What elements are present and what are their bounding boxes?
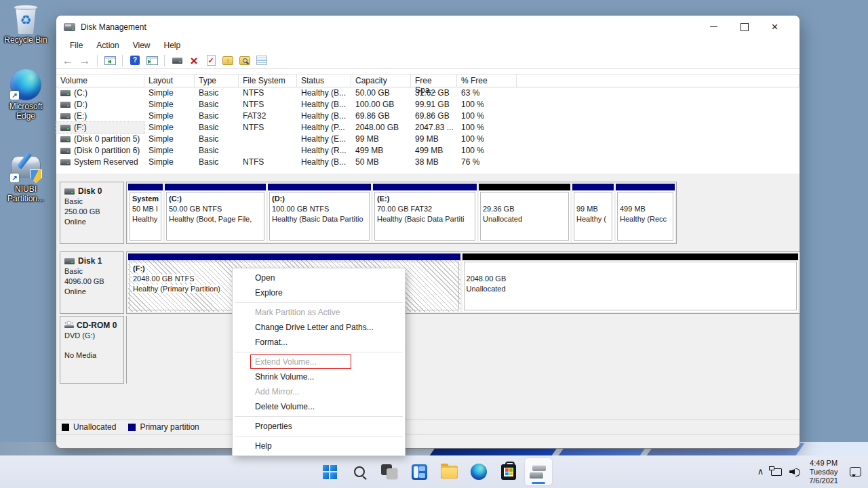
partition-e[interactable]: (E:)70.00 GB FAT32Healthy (Basic Data Pa… (373, 184, 477, 242)
start-button[interactable] (316, 458, 343, 485)
notification-center-icon[interactable] (850, 467, 861, 476)
disk0-label-panel[interactable]: Disk 0 Basic 250.00 GB Online (60, 182, 124, 244)
volume-cell[interactable]: System Reserved (56, 157, 144, 168)
column-header-pct-free[interactable]: % Free (457, 75, 517, 87)
column-header-file-system[interactable]: File System (239, 75, 297, 87)
niubi-partition-icon: ↗ (9, 150, 42, 183)
volume-cell[interactable]: (D:) (56, 99, 144, 110)
column-header-free-space[interactable]: Free Spa... (411, 75, 457, 87)
capacity-cell: 50.00 GB (351, 87, 411, 99)
menu-file[interactable]: File (63, 41, 90, 50)
partition-system-reserved[interactable]: System50 MB IHealthy (128, 184, 163, 242)
column-header-capacity[interactable]: Capacity (351, 75, 411, 87)
desktop-icon-niubi-partition[interactable]: ↗ NIUBI Partition... (2, 150, 50, 203)
desktop-icon-microsoft-edge[interactable]: ↗ Microsoft Edge (2, 69, 50, 121)
show-console-tree-icon[interactable] (103, 54, 117, 67)
table-row[interactable]: (Disk 0 partition 5) SimpleBasic Healthy… (56, 134, 800, 145)
menu-item-properties[interactable]: Properties (233, 419, 405, 434)
partition-d[interactable]: (D:)100.00 GB NTFSHealthy (Basic Data Pa… (268, 184, 371, 242)
column-header-type[interactable]: Type (195, 75, 239, 87)
menu-help[interactable]: Help (157, 41, 188, 50)
shortcut-arrow-icon: ↗ (10, 91, 19, 100)
menu-item-open[interactable]: Open (233, 270, 405, 285)
maximize-button[interactable] (729, 16, 760, 38)
minimize-button[interactable] (698, 16, 729, 38)
forward-icon[interactable]: → (78, 54, 92, 67)
primary-partition-bar (373, 184, 477, 190)
cdrom-label-panel[interactable]: CD-ROM 0 DVD (G:) No Media (60, 316, 124, 384)
menu-item-delete-volume[interactable]: Delete Volume... (233, 399, 405, 414)
titlebar[interactable]: Disk Management (56, 16, 800, 38)
microsoft-store-icon (501, 464, 516, 480)
column-header-layout[interactable]: Layout (144, 75, 195, 87)
file-explorer-button[interactable] (435, 458, 462, 485)
delete-icon[interactable]: × (187, 54, 201, 67)
volume-cell[interactable]: (Disk 0 partition 6) (56, 145, 144, 157)
task-list-icon[interactable] (255, 54, 269, 67)
network-icon[interactable] (771, 468, 782, 476)
unallocated-space-disk1[interactable]: 2048.00 GBUnallocated (462, 253, 798, 312)
volume-icon[interactable] (789, 467, 802, 476)
table-row[interactable]: (E:) SimpleBasic FAT32Healthy (B... 69.8… (56, 110, 800, 122)
menu-separator (235, 436, 403, 436)
disk1-row: Disk 1 Basic 4096.00 GB Online (F:) 2048… (56, 251, 800, 314)
search-icon (354, 466, 365, 477)
disk-management-taskbar-button[interactable] (525, 458, 552, 485)
menu-item-explore[interactable]: Explore (233, 285, 405, 300)
cd-icon (64, 321, 74, 328)
table-row-selected[interactable]: (F:) SimpleBasic NTFSHealthy (P... 2048.… (56, 122, 800, 134)
volume-cell[interactable]: (E:) (56, 110, 144, 122)
volume-icon (60, 148, 71, 154)
partition-c[interactable]: (C:)50.00 GB NTFSHealthy (Boot, Page Fil… (165, 184, 266, 242)
search-button[interactable] (346, 458, 373, 485)
taskbar-clock[interactable]: 4:49 PM Tuesday 7/6/2021 (809, 459, 838, 485)
taskbar: ∧ 4:49 PM Tuesday 7/6/2021 (0, 455, 868, 488)
menu-separator (235, 352, 403, 352)
volume-icon (60, 102, 71, 108)
menu-view[interactable]: View (126, 41, 157, 50)
check-document-icon[interactable]: ✓ (204, 54, 218, 67)
menu-action[interactable]: Action (90, 41, 125, 50)
volume-cell[interactable]: (Disk 0 partition 5) (56, 134, 144, 145)
desktop-icon-label: NIUBI Partition... (2, 184, 50, 203)
hidden-icons-chevron-icon[interactable]: ∧ (757, 466, 764, 476)
menu-item-help[interactable]: Help (233, 439, 405, 453)
unallocated-space-disk0[interactable]: 29.36 GBUnallocated (479, 184, 570, 242)
edge-button[interactable] (465, 458, 492, 485)
shortcut-arrow-icon: ↗ (10, 174, 19, 182)
clock-day: Tuesday (809, 468, 838, 476)
menu-item-format[interactable]: Format... (233, 335, 405, 350)
volume-cell[interactable]: (C:) (56, 87, 144, 99)
store-button[interactable] (495, 458, 522, 485)
status-bar (56, 434, 800, 448)
window-controls: × (698, 16, 790, 38)
menu-item-shrink-volume[interactable]: Shrink Volume... (233, 369, 405, 384)
table-row[interactable]: (C:) Simple Basic NTFS Healthy (B... 50.… (56, 87, 800, 99)
hdd-icon (64, 188, 75, 195)
help-icon[interactable]: ? (128, 54, 142, 67)
column-header-status[interactable]: Status (297, 75, 351, 87)
column-header-volume[interactable]: Volume (56, 75, 144, 87)
folder-search-icon[interactable] (238, 54, 252, 67)
back-icon[interactable]: ← (61, 54, 75, 67)
toolbar: ← → ? × ✓ ↑ (56, 52, 800, 69)
folder-import-icon[interactable]: ↑ (221, 54, 235, 67)
task-view-button[interactable] (376, 458, 403, 485)
inspect-disk-icon[interactable] (170, 54, 184, 67)
table-row[interactable]: System Reserved SimpleBasic NTFSHealthy … (56, 157, 800, 168)
close-button[interactable]: × (760, 16, 790, 38)
layout-cell: Simple (144, 87, 195, 99)
partition-99mb[interactable]: 99 MBHealthy ( (572, 184, 614, 242)
volume-cell[interactable]: (F:) (56, 122, 144, 134)
show-action-pane-icon[interactable] (145, 54, 159, 67)
free-cell: 31.62 GB (411, 87, 457, 99)
desktop-icon-recycle-bin[interactable]: ♻ Recycle Bin (2, 4, 50, 45)
table-row[interactable]: (Disk 0 partition 6) SimpleBasic Healthy… (56, 145, 800, 157)
disk1-label-panel[interactable]: Disk 1 Basic 4096.00 GB Online (60, 251, 124, 314)
widgets-button[interactable] (406, 458, 433, 485)
table-row[interactable]: (D:) SimpleBasic NTFSHealthy (B... 100.0… (56, 99, 800, 110)
menu-item-change-drive-letter[interactable]: Change Drive Letter and Paths... (233, 320, 405, 335)
partition-499mb[interactable]: 499 MBHealthy (Recc (616, 184, 675, 242)
hdd-icon (64, 258, 75, 264)
disk-management-icon (530, 465, 547, 479)
